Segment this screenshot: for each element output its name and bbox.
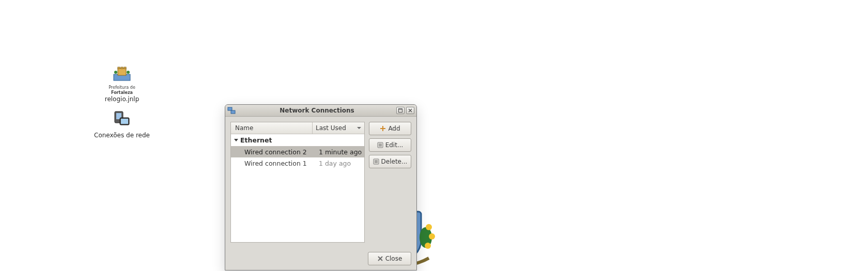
icon-subtitle-line2: Fortaleza [91,91,153,95]
icon-label: relogio.jnlp [91,96,153,103]
svg-point-19 [425,243,431,249]
properties-icon [377,142,383,148]
edit-button[interactable]: Edit... [369,138,411,152]
close-button[interactable] [406,107,414,114]
svg-point-6 [127,71,130,74]
connection-last-used: 1 minute ago [316,148,364,156]
column-header-last-used[interactable]: Last Used [313,122,364,134]
titlebar[interactable]: Network Connections [225,105,416,117]
svg-point-5 [114,71,117,74]
network-connections-window: Network Connections Name Last Used [225,104,417,270]
svg-rect-21 [231,110,235,114]
add-button[interactable]: Add [369,122,411,135]
window-title: Network Connections [238,107,396,114]
svg-rect-1 [118,68,126,75]
network-connections-icon [111,108,133,131]
column-header-name[interactable]: Name [231,122,313,134]
svg-rect-20 [228,107,232,110]
properties-icon [373,158,379,165]
close-icon [377,256,383,262]
connection-name: Wired connection 2 [231,148,316,156]
svg-rect-27 [380,128,385,129]
icon-label: Conexões de rede [91,132,153,139]
desktop-icon-network-connections[interactable]: Conexões de rede [91,108,153,139]
desktop-icon-relogio[interactable]: Prefeitura de Fortaleza relogio.jnlp [91,62,153,103]
svg-rect-2 [118,67,120,69]
plus-icon [380,125,386,132]
maximize-button[interactable] [396,107,405,114]
svg-point-17 [426,224,432,230]
svg-rect-4 [124,67,126,69]
connection-last-used: 1 day ago [316,160,364,167]
disclosure-triangle-icon [234,139,238,141]
svg-point-16 [420,227,432,248]
connection-row[interactable]: Wired connection 2 1 minute ago [231,146,364,157]
svg-point-18 [429,233,435,240]
sort-indicator-icon [357,127,361,129]
svg-rect-10 [121,119,128,124]
connections-list[interactable]: Name Last Used Ethernet Wired connection… [230,122,365,243]
delete-button[interactable]: Delete... [369,155,411,168]
close-dialog-button[interactable]: Close [368,252,411,265]
connection-row[interactable]: Wired connection 1 1 day ago [231,157,364,169]
icon-subtitle-line1: Prefeitura de [91,86,153,90]
app-icon [227,106,236,115]
svg-rect-3 [121,67,123,69]
connection-name: Wired connection 1 [231,160,316,167]
group-ethernet[interactable]: Ethernet [231,134,364,146]
list-header: Name Last Used [231,122,364,134]
fortaleza-crest-icon [111,62,133,85]
